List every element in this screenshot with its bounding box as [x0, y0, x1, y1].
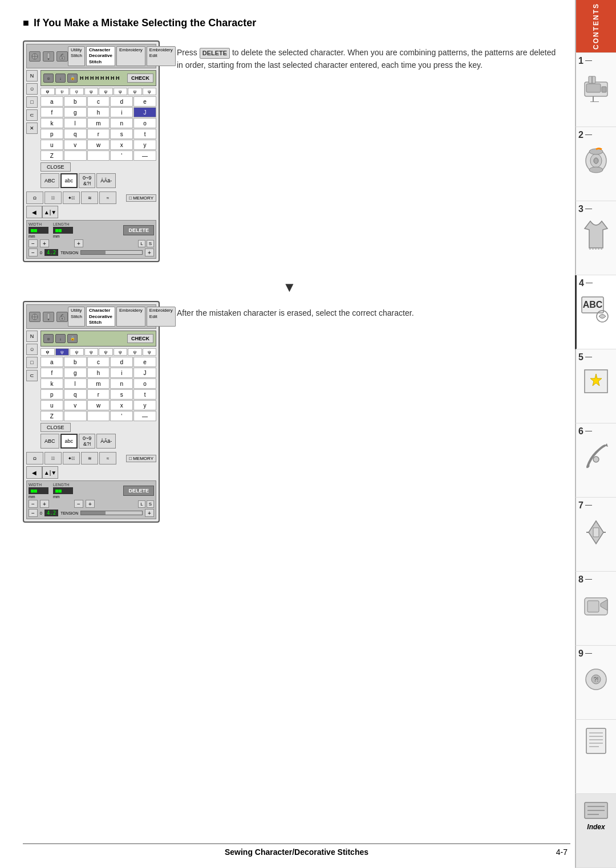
sidebar-tab-4[interactable]: 4 — ABC	[575, 275, 616, 349]
char-p[interactable]: p	[40, 129, 63, 139]
sidebar-tab-6[interactable]: 6 —	[575, 423, 616, 498]
tension-minus[interactable]: −	[29, 248, 38, 256]
char2-y[interactable]: y	[133, 400, 156, 410]
char2-j[interactable]: J	[133, 368, 156, 378]
char2-g[interactable]: g	[64, 368, 87, 378]
sidebar-tab-2[interactable]: 2 —	[575, 127, 616, 201]
char-f[interactable]: f	[40, 107, 63, 117]
char2-l[interactable]: l	[64, 378, 87, 389]
wave2-btn[interactable]: ≈	[99, 191, 116, 204]
l-button[interactable]: L	[138, 240, 145, 247]
omega-btn-2[interactable]: Ω	[26, 452, 43, 464]
char-r[interactable]: r	[87, 129, 110, 139]
nav-up-btn[interactable]: ▲|▼	[42, 206, 58, 218]
char2-z[interactable]: Z	[40, 411, 63, 421]
char2-d[interactable]: d	[110, 357, 133, 367]
s-button[interactable]: S	[147, 240, 154, 247]
char-u[interactable]: u	[40, 140, 63, 150]
sidebar-tab-1[interactable]: 1 —	[575, 53, 616, 127]
char2-a[interactable]: a	[40, 357, 63, 367]
omega-btn[interactable]: Ω	[26, 191, 43, 204]
char-w[interactable]: w	[87, 140, 110, 150]
width-plus[interactable]: +	[40, 239, 49, 247]
sidebar-tab-7[interactable]: 7 —	[575, 498, 616, 572]
wave2-btn-2[interactable]: ≈	[99, 452, 116, 464]
width-minus-2[interactable]: −	[29, 500, 38, 508]
char2-t[interactable]: t	[133, 389, 156, 400]
nav-left-btn-2[interactable]: ◀	[26, 466, 42, 479]
char2-i[interactable]: i	[110, 368, 133, 378]
char2-q[interactable]: q	[64, 389, 87, 400]
close-button-2[interactable]: CLOSE	[40, 423, 71, 432]
utility-stitch-tab[interactable]: UtilityStitch	[68, 46, 85, 66]
length-plus-2[interactable]: +	[86, 500, 95, 508]
sidebar-tab-3[interactable]: 3 —	[575, 201, 616, 275]
charset-abc-lower-2[interactable]: abc	[60, 434, 78, 449]
embroidery-edit-tab-2[interactable]: EmbroideryEdit	[147, 307, 176, 327]
check-button-2[interactable]: CHECK	[127, 334, 153, 343]
sidebar-tab-9[interactable]: 9 — ?!	[575, 646, 616, 720]
delete-button-1[interactable]: DELETE	[123, 225, 154, 235]
char2-c[interactable]: c	[87, 357, 110, 367]
memory-button-2[interactable]: □ MEMORY	[126, 455, 156, 462]
star-stitch-btn[interactable]: ✦✦⃝	[63, 191, 80, 204]
char2-n[interactable]: n	[110, 378, 133, 389]
embroidery-tab-2[interactable]: Embroidery	[116, 307, 145, 327]
char-empty1[interactable]	[64, 150, 87, 161]
char2-b[interactable]: b	[64, 357, 87, 367]
char-g[interactable]: g	[64, 107, 87, 117]
memory-button-1[interactable]: □ MEMORY	[126, 194, 156, 202]
charset-special-2[interactable]: ÀÂä-	[96, 434, 116, 449]
char2-f[interactable]: f	[40, 368, 63, 378]
sidebar-tab-5[interactable]: 5 —	[575, 349, 616, 423]
char-c[interactable]: c	[87, 96, 110, 107]
char-y[interactable]: y	[133, 140, 156, 150]
char-b[interactable]: b	[64, 96, 87, 107]
charset-abc-lower[interactable]: abc	[60, 173, 78, 188]
char-o[interactable]: o	[133, 118, 156, 128]
delete-button-2[interactable]: DELETE	[123, 486, 154, 496]
tension-minus-2[interactable]: −	[29, 509, 38, 517]
close-button-1[interactable]: CLOSE	[40, 162, 71, 172]
char2-apos[interactable]: '	[110, 411, 133, 421]
char2-u[interactable]: u	[40, 400, 63, 410]
char2-dash[interactable]: —	[133, 411, 156, 421]
char-e[interactable]: e	[133, 96, 156, 107]
charset-abc-2[interactable]: ABC	[40, 434, 59, 449]
char2-x[interactable]: x	[110, 400, 133, 410]
char-v[interactable]: v	[64, 140, 87, 150]
l-button-2[interactable]: L	[138, 500, 145, 508]
width-minus[interactable]: −	[29, 239, 38, 247]
char-j[interactable]: J	[133, 107, 156, 117]
char-l[interactable]: l	[64, 118, 87, 128]
charset-abc[interactable]: ABC	[40, 173, 59, 188]
check-button-1[interactable]: CHECK	[127, 74, 153, 83]
length-minus-2[interactable]: −	[74, 500, 83, 508]
char2-s[interactable]: s	[110, 389, 133, 400]
tension-plus[interactable]: +	[145, 248, 154, 256]
wave-btn[interactable]: ≋	[81, 191, 98, 204]
char-a[interactable]: a	[40, 96, 63, 107]
char-empty2[interactable]	[87, 150, 110, 161]
char-z[interactable]: Z	[40, 150, 63, 161]
char2-v[interactable]: v	[64, 400, 87, 410]
embroidery-edit-tab[interactable]: EmbroideryEdit	[147, 46, 176, 66]
char-apos[interactable]: '	[110, 150, 133, 161]
char2-empty1[interactable]	[64, 411, 87, 421]
char-x[interactable]: x	[110, 140, 133, 150]
char-h[interactable]: h	[87, 107, 110, 117]
char-n[interactable]: n	[110, 118, 133, 128]
char2-p[interactable]: p	[40, 389, 63, 400]
sidebar-tab-8[interactable]: 8 —	[575, 572, 616, 646]
wave-btn-2[interactable]: ≋	[81, 452, 98, 464]
utility-stitch-tab-2[interactable]: UtilityStitch	[68, 307, 85, 327]
nav-left-btn[interactable]: ◀	[26, 206, 42, 218]
sidebar-tab-contents[interactable]: CONTENTS	[575, 0, 616, 53]
embroidery-tab[interactable]: Embroidery	[116, 46, 145, 66]
char2-w[interactable]: w	[87, 400, 110, 410]
char-i[interactable]: i	[110, 107, 133, 117]
char-d[interactable]: d	[110, 96, 133, 107]
char-k[interactable]: k	[40, 118, 63, 128]
charset-nums-2[interactable]: 0~9&?!	[79, 434, 95, 449]
char2-k[interactable]: k	[40, 378, 63, 389]
